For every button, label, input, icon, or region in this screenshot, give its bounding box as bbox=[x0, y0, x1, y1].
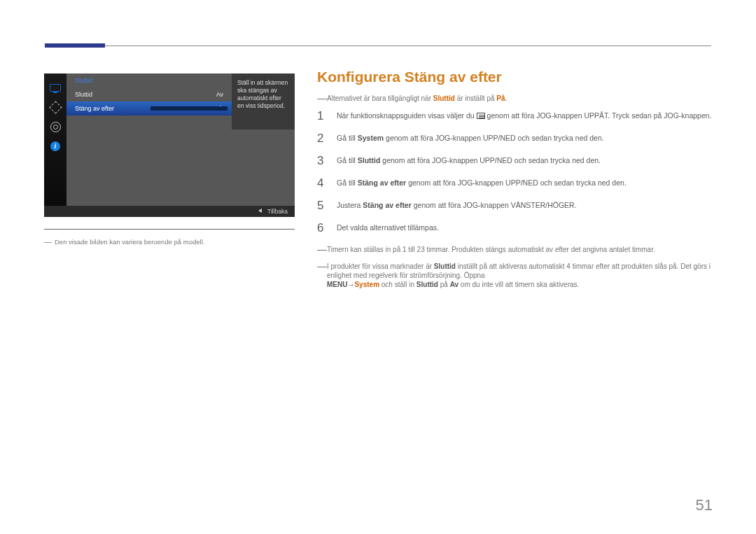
monitor-icon bbox=[48, 82, 62, 93]
t: på bbox=[438, 281, 450, 288]
t: genom att föra JOG-knappen UPP/NED och s… bbox=[384, 134, 604, 142]
osd-row-label: Sluttid bbox=[75, 87, 92, 101]
caption-text: Den visade bilden kan variera beroende p… bbox=[55, 238, 204, 246]
osd-row-stang-av-efter: Stäng av efter 4h bbox=[66, 101, 232, 115]
osd-row-value: Av bbox=[216, 87, 223, 101]
t: genom att föra JOG-knappen UPP/NED och s… bbox=[406, 178, 626, 187]
header-accent bbox=[45, 43, 105, 48]
t: Sluttid bbox=[434, 262, 456, 270]
t: och ställ in bbox=[379, 281, 416, 288]
caption-rule bbox=[44, 229, 295, 230]
picture-icon bbox=[48, 101, 62, 113]
osd-description: Ställ in att skärmen ska stängas av auto… bbox=[232, 73, 295, 129]
step-1: När funktionsknappsguiden visas väljer d… bbox=[317, 111, 713, 133]
content-column: Konfigurera Stäng av efter ― Alternative… bbox=[317, 69, 713, 296]
gear-icon bbox=[48, 121, 62, 132]
t: genom att föra JOG-knappen UPPÅT. Tryck … bbox=[485, 111, 712, 120]
t: Stäng av efter bbox=[358, 178, 406, 187]
osd-sidebar: i bbox=[44, 73, 66, 217]
t: System bbox=[358, 134, 384, 142]
t: Justera bbox=[337, 201, 363, 209]
header-rule bbox=[45, 43, 711, 48]
osd-row-label: Stäng av efter bbox=[75, 101, 114, 115]
t: Timern kan ställas in på 1 till 23 timma… bbox=[327, 245, 713, 255]
t: System bbox=[354, 281, 379, 288]
header-line bbox=[45, 45, 711, 46]
osd-slider bbox=[150, 106, 227, 111]
note-availability: ― Alternativet är bara tillgängligt när … bbox=[317, 94, 713, 104]
osd-back-label: Tillbaka bbox=[267, 208, 288, 215]
t: Det valda alternativet tillämpas. bbox=[337, 223, 439, 232]
t: Sluttid bbox=[358, 156, 381, 164]
step-2: Gå till System genom att föra JOG-knappe… bbox=[317, 133, 713, 155]
t: Gå till bbox=[337, 156, 358, 164]
t: genom att föra JOG-knappen VÄNSTER/HÖGER… bbox=[412, 201, 577, 209]
step-5: Justera Stäng av efter genom att föra JO… bbox=[317, 200, 713, 223]
arrow-icon: → bbox=[347, 280, 354, 289]
menu-glyph-icon bbox=[477, 113, 485, 119]
triangle-left-icon bbox=[258, 209, 262, 213]
t: MENU bbox=[327, 281, 347, 288]
t: Sluttid bbox=[433, 94, 455, 102]
steps-list: När funktionsknappsguiden visas väljer d… bbox=[317, 111, 713, 245]
t: Alternativet är bara tillgängligt när bbox=[327, 94, 433, 102]
osd-row-sluttid: Sluttid Av bbox=[66, 87, 232, 101]
t: genom att föra JOG-knappen UPP/NED och s… bbox=[380, 156, 601, 164]
step-6: Det valda alternativet tillämpas. bbox=[317, 223, 713, 245]
step-3: Gå till Sluttid genom att föra JOG-knapp… bbox=[317, 155, 713, 178]
note-timer-range: ― Timern kan ställas in på 1 till 23 tim… bbox=[317, 245, 713, 255]
note-market: ― I produkter för vissa marknader är Slu… bbox=[317, 262, 713, 289]
osd-back-bar: Tillbaka bbox=[44, 206, 295, 217]
t: Gå till bbox=[337, 134, 358, 142]
t: När funktionsknappsguiden visas väljer d… bbox=[337, 111, 477, 120]
t: Av bbox=[450, 281, 458, 288]
step-4: Gå till Stäng av efter genom att föra JO… bbox=[317, 178, 713, 200]
page-number: 51 bbox=[696, 496, 713, 514]
t: På bbox=[496, 94, 505, 102]
info-icon: i bbox=[48, 141, 62, 152]
t: Gå till bbox=[337, 178, 358, 187]
t: är inställt på bbox=[455, 94, 496, 102]
page-title: Konfigurera Stäng av efter bbox=[317, 69, 713, 85]
t: Sluttid bbox=[416, 281, 438, 288]
t: I produkter för vissa marknader är bbox=[327, 262, 434, 270]
figure-caption: ―Den visade bilden kan variera beroende … bbox=[44, 237, 204, 246]
t: Stäng av efter bbox=[363, 201, 411, 209]
osd-screenshot: i Sluttid Sluttid Av Stäng av efter 4h S… bbox=[44, 73, 295, 217]
t: om du inte vill att timern ska aktiveras… bbox=[458, 281, 579, 288]
t: . bbox=[505, 94, 507, 102]
